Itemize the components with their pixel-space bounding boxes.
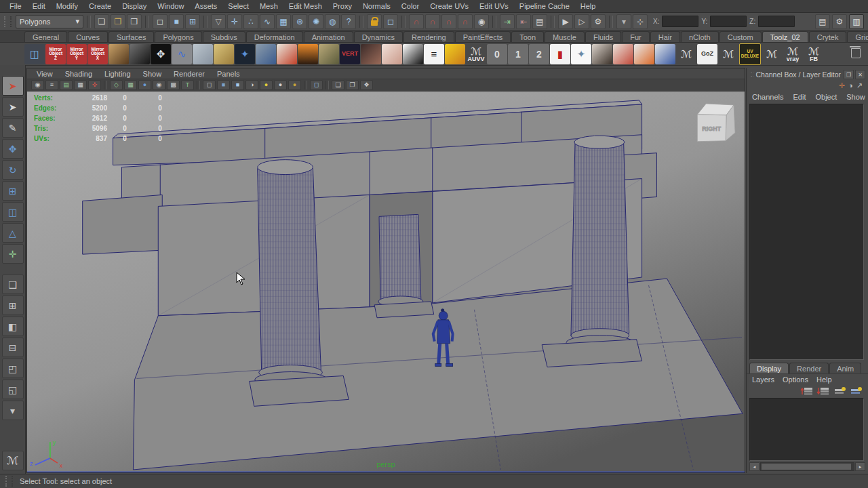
shelf-tab[interactable]: Toolz_02 — [762, 31, 808, 42]
shelf-tab[interactable]: Subdivs — [203, 31, 245, 42]
shelf-icon-stack-cursor[interactable]: ≡ — [424, 44, 444, 64]
shelf-tab[interactable]: Rendering — [403, 31, 454, 42]
shelf-tab[interactable]: Animation — [304, 31, 353, 42]
symmetry-dropdown-icon[interactable]: ▾ — [616, 14, 631, 29]
shelf-tab[interactable]: Fur — [622, 31, 650, 42]
textures-icon[interactable]: T — [181, 80, 194, 90]
shelf-icon-uv-deluxe[interactable]: UV DELUXE — [739, 43, 761, 65]
mask-rendering-icon[interactable]: ◍ — [325, 14, 340, 29]
menu-set-selector[interactable]: Polygons ▾ — [16, 15, 83, 28]
shelf-tab[interactable]: GridTools — [847, 31, 868, 42]
hyperbolic-mode-icon[interactable]: ↗ — [856, 82, 863, 89]
mask-points-icon[interactable]: ∴ — [243, 14, 258, 29]
layer-editor-tab[interactable]: Render — [789, 363, 829, 373]
outputs-icon[interactable]: ⇤ — [516, 14, 531, 29]
close-panel-icon[interactable]: ✕ — [855, 70, 865, 79]
menubar-item[interactable]: File — [4, 1, 27, 12]
shelf-mel-script-2[interactable]: ℳ — [718, 44, 738, 64]
layout-hypershade-persp[interactable]: ◰ — [2, 359, 24, 378]
move-layer-down-icon[interactable] — [816, 386, 830, 396]
new-scene-icon[interactable]: ❏ — [94, 14, 109, 29]
textured-icon[interactable]: ▩ — [167, 80, 180, 90]
shelf-photo-blue-car[interactable] — [655, 44, 675, 64]
scrollbar-thumb[interactable] — [762, 464, 851, 470]
bookmarks-icon[interactable]: ▤ — [60, 80, 73, 90]
shelf-photo-hooded-figure[interactable] — [130, 44, 150, 64]
layer-editor-tab[interactable]: Display — [749, 363, 789, 373]
layout-persp-graph[interactable]: ⊟ — [2, 338, 24, 357]
layout-outliner-persp[interactable]: ◧ — [2, 317, 24, 336]
shelf-icon-uv-snapshot[interactable] — [214, 44, 234, 64]
default-material-icon[interactable]: ◑ — [245, 80, 258, 90]
shelf-tab[interactable]: General — [24, 31, 67, 42]
wireframe-on-shaded-icon[interactable]: ◉ — [153, 80, 165, 90]
menubar-item[interactable]: Window — [152, 1, 189, 12]
shelf-mirror-object-z[interactable]: Mirror Object Z — [45, 44, 66, 64]
view-cube[interactable]: RIGHT — [697, 104, 735, 142]
shelf-icon-1[interactable]: 1 — [508, 44, 528, 64]
scale-tool[interactable]: ⊞ — [2, 181, 24, 201]
snap-to-curves-icon[interactable]: ∩ — [425, 14, 440, 29]
shelf-photo-man-blue[interactable] — [256, 44, 276, 64]
script-editor-icon[interactable]: ℳ — [2, 451, 24, 470]
panel-menu-item[interactable]: Lighting — [104, 70, 131, 78]
snap-to-planes-icon[interactable]: ∩ — [458, 14, 473, 29]
shelf-photo-woman-dark[interactable] — [361, 44, 381, 64]
layer-editor-menu-item[interactable]: Help — [816, 375, 832, 384]
mask-handles-icon[interactable]: ✛ — [227, 14, 242, 29]
shelf-tab[interactable]: Dynamics — [354, 31, 403, 42]
shelf-photo-red-scooter[interactable] — [613, 44, 633, 64]
flat-lighting-icon[interactable]: ● — [274, 80, 287, 90]
channel-box-menu-item[interactable]: Show — [846, 93, 865, 101]
menubar-item[interactable]: Color — [396, 1, 425, 12]
shelf-tab[interactable]: Polygons — [155, 31, 201, 42]
scrollbar-track[interactable] — [760, 462, 854, 471]
shelf-photo-man-tan[interactable] — [319, 44, 339, 64]
menubar-item[interactable]: Create — [83, 1, 117, 12]
shelf-tab[interactable]: Deformation — [246, 31, 303, 42]
save-scene-icon[interactable]: ❒ — [127, 14, 142, 29]
shelf-icon-curve-tool[interactable]: ∿ — [172, 44, 192, 64]
shelf-tab[interactable]: Toon — [511, 31, 544, 42]
all-lights-icon[interactable]: ● — [260, 80, 273, 90]
shelf-tab[interactable]: Fluids — [585, 31, 621, 42]
panel-menu-item[interactable]: Panels — [217, 70, 240, 78]
render-current-frame-icon[interactable]: ▶ — [558, 14, 573, 29]
universal-manipulator-tool[interactable]: ◫ — [2, 202, 24, 222]
shelf-icon-robot[interactable]: ✦ — [571, 44, 591, 64]
z-coord-input[interactable] — [758, 16, 795, 27]
lasso-select-tool[interactable]: ➤ — [2, 97, 24, 117]
layer-editor-menu-item[interactable]: Options — [783, 375, 808, 384]
renderer-plugin-icon[interactable]: ❖ — [360, 80, 373, 90]
temple-block-left[interactable] — [83, 195, 163, 254]
image-plane-icon[interactable]: ▦ — [74, 80, 87, 90]
shelf-photo-orange-car[interactable] — [634, 44, 654, 64]
layout-dropdown[interactable]: ▾ — [2, 401, 24, 420]
menubar-item[interactable]: Normals — [357, 1, 396, 12]
shelf-mel-script-1[interactable]: ℳ — [676, 44, 696, 64]
mask-surfaces-icon[interactable]: ▦ — [276, 14, 291, 29]
render-settings-icon[interactable]: ⚙ — [591, 14, 606, 29]
smooth-shade-icon[interactable]: ● — [138, 80, 151, 90]
mask-deformations-icon[interactable]: ⊛ — [292, 14, 307, 29]
tool-settings-toggle-icon[interactable]: ⚙ — [832, 14, 847, 29]
manip-mode-icon[interactable]: ✛ — [839, 82, 845, 89]
menubar-item[interactable]: Pipeline Cache — [514, 1, 575, 12]
highlight-selection-icon[interactable]: ◻ — [383, 14, 398, 29]
panel-menu-item[interactable]: Show — [143, 70, 162, 78]
highlight-selection-mode-icon[interactable]: ◻ — [310, 80, 323, 90]
mask-curves-icon[interactable]: ∿ — [260, 14, 275, 29]
move-layer-up-icon[interactable] — [800, 386, 814, 396]
menubar-item[interactable]: Edit UVs — [474, 1, 514, 12]
paint-select-tool[interactable]: ✎ — [2, 118, 24, 138]
channel-box-menu-item[interactable]: Object — [815, 93, 837, 101]
low-quality-icon[interactable]: ❑ — [332, 80, 344, 90]
shelf-tab[interactable]: Curves — [68, 31, 108, 42]
no-lights-icon[interactable]: ● — [288, 80, 301, 90]
shelf-photo-man-red[interactable] — [277, 44, 297, 64]
construction-history-icon[interactable]: ▤ — [532, 14, 547, 29]
mask-expand-icon[interactable]: ▽ — [211, 14, 226, 29]
shelf-icon-unfold[interactable]: ✥ — [151, 44, 171, 64]
snap-to-points-icon[interactable]: ∩ — [441, 14, 456, 29]
wireframe-icon[interactable]: ◇ — [110, 80, 123, 90]
